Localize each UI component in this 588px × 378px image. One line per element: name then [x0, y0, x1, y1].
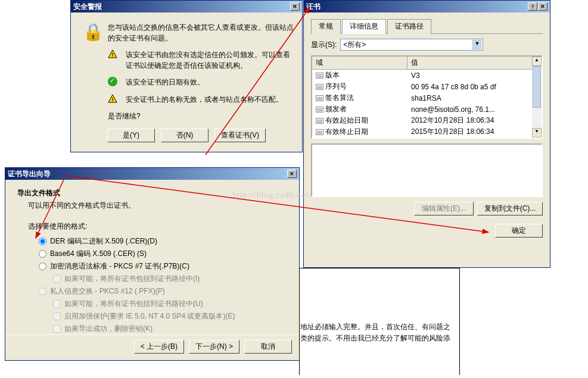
certificate-window: 证书 ? ✕ 常规 详细信息 证书路径 显示(S): <所有> ▼ 域 值 版本…	[303, 0, 550, 268]
alert-item-3: 安全证书上的名称无效，或者与站点名称不匹配。	[126, 94, 295, 105]
svg-text:!: !	[112, 96, 114, 102]
cancel-button[interactable]: 取消	[244, 340, 292, 354]
list-item[interactable]: 有效起始日期2012年10月28日 18:06:34	[312, 115, 542, 126]
wizard-subtext: 可以用不同的文件格式导出证书。	[28, 201, 287, 211]
check-delete-key: 如果导出成功，删除密钥(K)	[53, 324, 287, 334]
scroll-down-icon[interactable]: ▼	[532, 128, 542, 138]
scroll-thumb[interactable]	[533, 66, 541, 108]
dropdown-arrow-icon[interactable]: ▼	[472, 40, 481, 49]
show-value: <所有>	[343, 40, 366, 50]
alert-item-1: 该安全证书由您没有选定信任的公司颁发。可以查看证书以便确定您是否信任该验证机构。	[126, 49, 295, 71]
radio-pkcs7[interactable]: 加密消息语法标准 - PKCS #7 证书(.P7B)(C)	[39, 261, 287, 271]
edit-properties-button: 编辑属性(E)...	[414, 202, 474, 215]
tab-details[interactable]: 详细信息	[342, 19, 386, 34]
alert-title: 安全警报	[73, 2, 102, 12]
page-text: 地址必须输入完整。并且，首次信任、有问题之类的提示。不用击我已经充分了解可能的风…	[300, 321, 455, 344]
scrollbar[interactable]: ▲ ▼	[532, 57, 542, 138]
format-label: 选择要使用的格式:	[28, 221, 287, 232]
ok-button[interactable]: 确定	[495, 224, 543, 238]
help-icon[interactable]: ?	[528, 2, 537, 11]
copy-to-file-button[interactable]: 复制到文件(C)...	[477, 202, 543, 215]
scroll-up-icon[interactable]: ▲	[532, 57, 542, 66]
list-item[interactable]: 版本V3	[312, 70, 542, 81]
back-button[interactable]: < 上一步(B)	[134, 340, 184, 354]
alert-prompt: 是否继续?	[108, 111, 295, 121]
show-select[interactable]: <所有> ▼	[340, 39, 483, 51]
svg-text:!: !	[112, 52, 114, 58]
check-include-2-input	[53, 300, 61, 308]
radio-der[interactable]: DER 编码二进制 X.509 (.CER)(D)	[39, 236, 287, 246]
alert-item-2: 该安全证书的日期有效。	[126, 77, 295, 88]
cert-titlebar[interactable]: 证书 ? ✕	[304, 1, 550, 13]
no-button[interactable]: 否(N)	[161, 129, 209, 142]
wizard-title: 证书导出向导	[8, 169, 51, 179]
list-item[interactable]: 主题none@5isotoi5.org, 76.1...	[312, 138, 542, 139]
radio-pfx-input	[39, 288, 46, 295]
check-include-1-input	[53, 275, 61, 283]
radio-base64[interactable]: Base64 编码 X.509 (.CER) (S)	[39, 249, 287, 259]
view-cert-button[interactable]: 查看证书(V)	[214, 129, 266, 142]
yes-button[interactable]: 是(Y)	[107, 129, 155, 142]
check-delete-input	[53, 325, 61, 333]
radio-pkcs7-input[interactable]	[39, 263, 46, 270]
check-strong-input	[53, 313, 61, 320]
list-item[interactable]: 颁发者none@5isotoi5.org, 76.1...	[312, 104, 542, 115]
tab-general[interactable]: 常规	[311, 19, 341, 34]
close-icon[interactable]: ✕	[538, 2, 547, 11]
lock-warning-icon: 🔒	[83, 23, 104, 41]
wizard-titlebar[interactable]: 证书导出向导 ✕	[5, 168, 299, 180]
check-include-path-1: 如果可能，将所有证书包括到证书路径中(I)	[53, 274, 287, 284]
watermark: http://blog.csdn.net/	[232, 190, 312, 200]
radio-base64-input[interactable]	[39, 250, 46, 258]
cert-fields-list[interactable]: 域 值 版本V3序列号00 95 4a 17 c8 8d 0b a5 df签名算…	[311, 55, 543, 139]
list-item[interactable]: 签名算法sha1RSA	[312, 92, 542, 104]
field-icon	[316, 118, 323, 124]
close-icon[interactable]: ✕	[290, 2, 300, 11]
close-icon[interactable]: ✕	[287, 170, 297, 178]
field-icon	[316, 107, 323, 113]
cert-detail-textbox[interactable]	[311, 143, 543, 197]
radio-der-input[interactable]	[39, 238, 46, 245]
field-icon	[316, 95, 323, 101]
warning-icon: !	[108, 94, 117, 104]
radio-pfx: 私人信息交换 - PKCS #12 (.PFX)(P)	[39, 286, 287, 296]
check-icon	[108, 77, 117, 86]
alert-titlebar[interactable]: 安全警报 ✕	[71, 1, 302, 13]
security-alert-window: 安全警报 ✕ 🔒 您与该站点交换的信息不会被其它人查看或更改。但该站点的安全证书…	[70, 0, 303, 152]
list-item[interactable]: 有效终止日期2015年10月28日 18:06:34	[312, 126, 542, 138]
col-header-field[interactable]: 域	[312, 57, 407, 69]
col-header-value[interactable]: 值	[407, 57, 542, 69]
cert-tabs: 常规 详细信息 证书路径	[311, 18, 543, 34]
check-include-path-2: 如果可能，将所有证书包括到证书路径中(U)	[53, 299, 287, 309]
cert-title: 证书	[306, 2, 321, 12]
next-button[interactable]: 下一步(N) >	[189, 340, 239, 354]
alert-main-text: 您与该站点交换的信息不会被其它人查看或更改。但该站点的安全证书有问题。	[108, 22, 295, 43]
show-label: 显示(S):	[311, 40, 337, 50]
field-icon	[316, 129, 323, 135]
check-strong-protection: 启用加强保护(要求 IE 5.0, NT 4.0 SP4 或更高版本)(E)	[53, 311, 287, 321]
list-item[interactable]: 序列号00 95 4a 17 c8 8d 0b a5 df	[312, 81, 542, 92]
warning-icon: !	[108, 49, 117, 59]
tab-path[interactable]: 证书路径	[387, 19, 431, 34]
field-icon	[316, 84, 323, 90]
field-icon	[316, 73, 323, 79]
